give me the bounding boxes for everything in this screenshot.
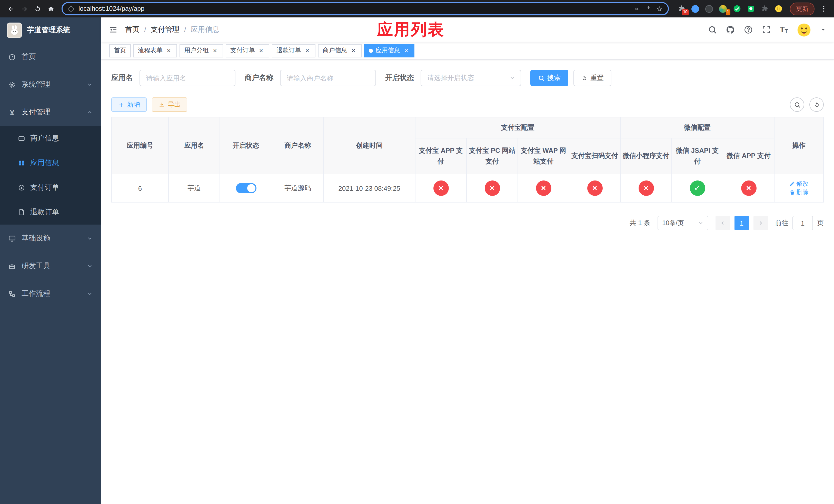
- address-bar[interactable]: localhost:1024/pay/app: [62, 2, 669, 15]
- edit-button[interactable]: 修改: [789, 180, 809, 188]
- close-icon[interactable]: ×: [258, 47, 265, 54]
- sidebar-item-app-info[interactable]: 应用信息: [0, 151, 101, 175]
- extension-dark-puzzle-icon[interactable]: [760, 4, 769, 13]
- status-label: 开启状态: [385, 73, 414, 83]
- status-select[interactable]: 请选择开启状态: [421, 70, 521, 86]
- col-alipay-app: 支付宝 APP 支付: [415, 138, 466, 174]
- tag-home[interactable]: 首页: [109, 44, 131, 57]
- tag-pay-orders[interactable]: 支付订单 ×: [226, 44, 269, 57]
- tag-process-form[interactable]: 流程表单 ×: [133, 44, 177, 57]
- chevron-down-icon: [87, 263, 93, 269]
- yen-icon: ¥: [8, 108, 16, 117]
- tag-user-group[interactable]: 用户分组 ×: [179, 44, 223, 57]
- delete-button[interactable]: 删除: [789, 188, 809, 197]
- avatar[interactable]: [796, 22, 811, 37]
- home-icon[interactable]: [44, 2, 58, 15]
- wechat-app-status-icon: ×: [741, 181, 756, 196]
- next-page-button[interactable]: [753, 216, 768, 230]
- app-logo-row[interactable]: 芋道管理系统: [0, 18, 101, 43]
- toggle-search-button[interactable]: [790, 97, 804, 112]
- sidebar-item-home[interactable]: 首页: [0, 43, 101, 71]
- password-key-icon[interactable]: [635, 5, 641, 12]
- sidebar-item-dev-tools[interactable]: 研发工具: [0, 252, 101, 280]
- status-toggle[interactable]: [236, 183, 256, 193]
- tag-app-info[interactable]: 应用信息 ×: [364, 44, 414, 57]
- extension-blue-icon[interactable]: [691, 4, 700, 13]
- browser-update-button[interactable]: 更新: [790, 2, 814, 15]
- breadcrumb-payment[interactable]: 支付管理: [151, 25, 179, 35]
- share-icon[interactable]: [645, 5, 652, 12]
- merchant-name-input[interactable]: [280, 70, 376, 86]
- close-icon[interactable]: ×: [211, 47, 219, 54]
- bookmark-star-icon[interactable]: [656, 5, 663, 12]
- tag-refund-orders[interactable]: 退款订单 ×: [272, 44, 315, 57]
- sidebar-item-payment[interactable]: ¥ 支付管理: [0, 98, 101, 126]
- reset-button[interactable]: 重置: [573, 70, 611, 86]
- gear-icon: [8, 81, 16, 88]
- export-button[interactable]: 导出: [152, 97, 187, 112]
- sidebar-item-label: 首页: [22, 52, 36, 62]
- tag-label: 流程表单: [138, 46, 162, 55]
- close-icon[interactable]: ×: [165, 47, 172, 54]
- extension-emoji-icon[interactable]: [774, 4, 783, 13]
- col-app-name: 应用名: [169, 117, 220, 174]
- add-button[interactable]: 新增: [111, 97, 147, 112]
- extension-dark-icon[interactable]: [705, 4, 714, 13]
- site-info-icon[interactable]: [68, 5, 74, 12]
- chevron-down-icon: [87, 291, 93, 297]
- caret-down-icon[interactable]: [820, 27, 826, 33]
- navbar: 首页 / 支付管理 / 应用信息 应用列表: [101, 18, 834, 42]
- url-text[interactable]: localhost:1024/pay/app: [79, 5, 630, 12]
- refresh-button[interactable]: [809, 97, 824, 112]
- search-icon[interactable]: [708, 25, 717, 35]
- sidebar-item-label: 系统管理: [22, 80, 50, 89]
- extension-chat-icon[interactable]: [746, 4, 755, 13]
- sidebar-item-infrastructure[interactable]: 基础设施: [0, 225, 101, 252]
- sidebar-item-system[interactable]: 系统管理: [0, 71, 101, 98]
- extension-green-check-icon[interactable]: [732, 4, 741, 13]
- forward-icon[interactable]: [18, 2, 31, 15]
- sidebar-item-merchant-info[interactable]: 商户信息: [0, 126, 101, 151]
- sidebar-item-workflow[interactable]: 工作流程: [0, 280, 101, 307]
- toolbox-icon: [8, 262, 16, 270]
- app-logo: [7, 23, 22, 38]
- table-toolbar: 新增 导出: [111, 97, 824, 112]
- page-number-button[interactable]: 1: [734, 216, 749, 230]
- github-icon[interactable]: [726, 25, 735, 35]
- col-actions: 操作: [774, 117, 824, 174]
- reload-icon[interactable]: [31, 2, 44, 15]
- table-row: 6 芋道 芋道源码 2021-10-23 08:49:25 × × × × ×: [112, 174, 824, 202]
- app-name-input[interactable]: [139, 70, 236, 86]
- breadcrumb-separator: /: [184, 26, 186, 34]
- workflow-icon: [8, 290, 16, 298]
- extension-colorful-icon[interactable]: 1: [719, 4, 727, 13]
- close-icon[interactable]: ×: [350, 47, 357, 54]
- help-icon[interactable]: [744, 25, 753, 35]
- fullscreen-icon[interactable]: [762, 25, 771, 35]
- col-alipay-pc: 支付宝 PC 网站支付: [466, 138, 518, 174]
- font-size-icon[interactable]: TT: [780, 26, 788, 34]
- tag-merchant-info[interactable]: 商户信息 ×: [318, 44, 361, 57]
- close-icon[interactable]: ×: [403, 47, 410, 54]
- extension-puzzle-icon[interactable]: 10: [677, 4, 686, 13]
- chevron-up-icon: [87, 109, 93, 115]
- sidebar-item-label: 研发工具: [22, 261, 50, 271]
- col-alipay-wap: 支付宝 WAP 网站支付: [518, 138, 569, 174]
- chevron-down-icon: [509, 75, 515, 81]
- close-icon[interactable]: ×: [304, 47, 311, 54]
- sidebar-fold-icon[interactable]: [109, 25, 118, 35]
- goto-page-input[interactable]: [792, 216, 813, 230]
- sidebar-item-label: 工作流程: [22, 289, 50, 298]
- col-group-alipay: 支付宝配置: [415, 117, 620, 138]
- prev-page-button[interactable]: [716, 216, 730, 230]
- back-icon[interactable]: [4, 2, 18, 15]
- page-size-select[interactable]: 10条/页: [658, 216, 708, 230]
- sidebar-item-pay-orders[interactable]: 支付订单: [0, 175, 101, 200]
- dashboard-icon: [8, 53, 16, 61]
- browser-chrome: localhost:1024/pay/app 10 1: [0, 0, 834, 18]
- search-button[interactable]: 搜索: [530, 70, 568, 86]
- browser-menu-icon[interactable]: [818, 5, 830, 13]
- breadcrumb-home[interactable]: 首页: [125, 25, 139, 35]
- chevron-down-icon: [698, 220, 704, 226]
- sidebar-item-refund-orders[interactable]: 退款订单: [0, 200, 101, 225]
